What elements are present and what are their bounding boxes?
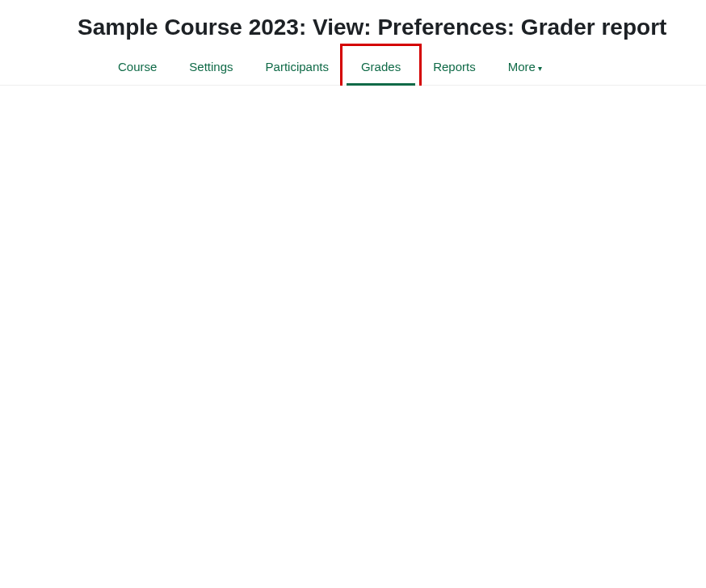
- tab-course[interactable]: Course: [102, 48, 173, 85]
- nav-tabs: CourseSettingsParticipantsGradesReportsM…: [0, 48, 706, 86]
- page-title: Sample Course 2023: View: Preferences: G…: [0, 0, 706, 48]
- tab-settings[interactable]: Settings: [173, 48, 249, 85]
- chevron-down-icon: ▾: [538, 64, 542, 73]
- tab-more[interactable]: More▾: [492, 48, 558, 85]
- tab-grades[interactable]: Grades: [345, 48, 417, 85]
- tab-reports[interactable]: Reports: [417, 48, 492, 85]
- tab-participants[interactable]: Participants: [250, 48, 345, 85]
